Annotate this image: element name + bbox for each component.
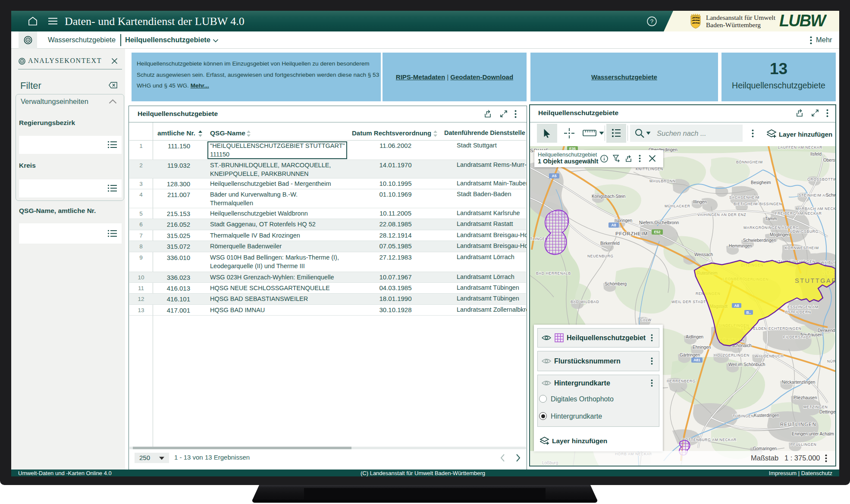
svg-text:Illingen: Illingen (693, 200, 707, 204)
svg-text:METZINGEN: METZINGEN (803, 405, 828, 409)
svg-text:A81: A81 (693, 358, 700, 362)
svg-text:Ilsfeld: Ilsfeld (810, 152, 822, 157)
svg-text:FREIBERG AM NECKAR: FREIBERG AM NECKAR (775, 211, 822, 216)
svg-text:BAD HERRENALB: BAD HERRENALB (536, 271, 571, 275)
svg-text:LUBW: LUBW (779, 13, 827, 29)
svg-text:KNITTLINGEN: KNITTLINGEN (636, 167, 663, 171)
svg-text:Niefern-Oschelbronn: Niefern-Oschelbronn (639, 220, 679, 225)
svg-text:TÜBINGEN: TÜBINGEN (733, 414, 754, 418)
svg-text:?: ? (650, 18, 654, 25)
svg-text:Hemmingen: Hemmingen (729, 244, 752, 248)
svg-text:Möglingen: Möglingen (770, 232, 790, 237)
svg-text:ROTTENBURG AM NECKAR: ROTTENBURG AM NECKAR (682, 438, 737, 442)
svg-text:Birkenfeld: Birkenfeld (600, 241, 619, 246)
svg-text:Königsbach-Stein: Königsbach-Stein (592, 194, 625, 199)
svg-text:Schwieberdingen: Schwieberdingen (743, 238, 776, 243)
svg-text:Oberst: Oberst (823, 158, 835, 163)
svg-text:Neckartenzlingen: Neckartenzlingen (782, 380, 815, 385)
svg-text:BAD WILDBAD: BAD WILDBAD (571, 300, 599, 304)
svg-text:Aidlingen: Aidlingen (686, 335, 703, 339)
svg-text:MARBACH AM NECKAR: MARBACH AM NECKAR (796, 207, 835, 211)
svg-text:BIETIGHEIM-BISSINGEN: BIETIGHEIM-BISSINGEN (734, 202, 782, 206)
svg-text:WEIL DER STADT: WEIL DER STADT (671, 300, 706, 304)
svg-text:LUDWIGSBURG: LUDWIGSBURG (787, 229, 819, 234)
svg-text:REUTLINGEN: REUTLINGEN (780, 422, 816, 427)
svg-text:Ispringen: Ispringen (615, 218, 632, 223)
svg-text:MÜHLACKER: MÜHLACKER (665, 204, 690, 208)
svg-text:Kusterdingen: Kusterdingen (754, 413, 779, 418)
svg-text:WALDENBUCH: WALDENBUCH (755, 354, 784, 358)
svg-text:STUTTGART: STUTTGART (795, 277, 835, 284)
svg-text:E52: E52 (654, 230, 660, 234)
svg-text:Dettinge: Dettinge (819, 410, 835, 414)
svg-text:Schömberg: Schömberg (605, 282, 627, 286)
svg-text:Ehningen: Ehningen (693, 345, 711, 350)
svg-text:SACHSENHEIM: SACHSENHEIM (729, 195, 759, 200)
svg-text:CALW: CALW (640, 318, 652, 322)
svg-text:ESSLINGEN AM: ESSLINGEN AM (787, 305, 819, 309)
svg-text:KORNWESTHEIM: KORNWESTHEIM (785, 246, 819, 250)
svg-text:FILDERSTADT: FILDERSTADT (783, 335, 811, 339)
svg-text:B..: B.. (746, 310, 751, 315)
svg-text:Schwa: Schwa (826, 193, 835, 197)
svg-text:A8: A8 (612, 223, 616, 227)
svg-text:Pliezhausen: Pliezhausen (794, 395, 817, 400)
svg-text:Weil im Schönbuch: Weil im Schönbuch (728, 362, 765, 367)
svg-text:BÖNNIGHEIM: BÖNNIGHEIM (736, 160, 763, 164)
svg-text:HERRENBERG: HERRENBERG (667, 379, 696, 383)
svg-text:HOLZGERLINGEN: HOLZGERLINGEN (714, 353, 750, 357)
svg-text:LAUFFEN AM NECKAR: LAUFFEN AM NECKAR (778, 146, 822, 150)
svg-text:GROSSBOTTWAR: GROSSBOTTWAR (807, 177, 835, 182)
svg-text:Weissach: Weissach (694, 252, 713, 257)
svg-text:NEUENBURG: NEUENBURG (587, 254, 614, 258)
svg-text:Gomaringen: Gomaringen (753, 446, 777, 451)
svg-text:Tamm: Tamm (765, 216, 777, 221)
svg-text:PFULLINGEN: PFULLINGEN (790, 442, 816, 447)
svg-text:NÜRT: NÜRT (827, 359, 835, 363)
svg-text:Eningen unter Achalm: Eningen unter Achalm (792, 432, 834, 436)
svg-text:MAULBRONN: MAULBRONN (649, 179, 676, 183)
svg-text:PFORZHEIM: PFORZHEIM (615, 231, 648, 236)
svg-text:Besigheim: Besigheim (751, 180, 771, 185)
svg-text:WAIBLINGEN: WAIBLINGEN (821, 260, 835, 265)
svg-text:A5: A5 (552, 174, 557, 178)
svg-text:A8: A8 (734, 304, 739, 308)
svg-text:Gärtringen: Gärtringen (680, 353, 700, 357)
svg-text:VAIHINGEN AN DER ENZ: VAIHINGEN AN DER ENZ (697, 213, 746, 217)
svg-text:OSTFILDERN: OSTFILDERN (785, 310, 811, 314)
